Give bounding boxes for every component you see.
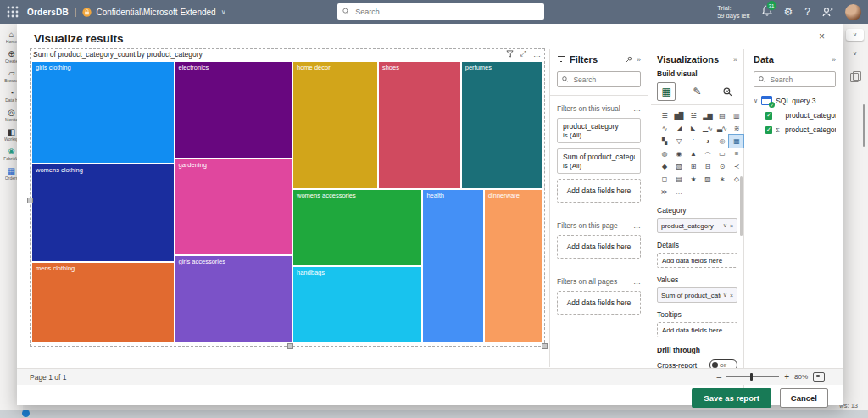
app-title[interactable]: OrdersDB [27,8,69,17]
chevron-down-icon[interactable]: ∨ [723,292,727,298]
area-chart[interactable]: ◢ [671,122,686,135]
chevron-down-icon[interactable]: ∨ [754,98,758,104]
stacked-bar-chart[interactable]: ☰ [657,109,671,122]
key-influencers[interactable]: ⊙ [715,160,729,173]
focus-mode-icon[interactable]: ⤢ [520,49,526,59]
smart-narrative[interactable]: ▤ [671,173,686,186]
qa-visual[interactable]: ◻ [657,173,671,186]
donut-chart[interactable]: ◎ [715,135,729,148]
treemap-tile[interactable]: electronics [175,61,293,159]
save-as-report-button[interactable]: Save as report [692,388,771,408]
pin-icon[interactable] [625,56,632,64]
more-options-icon[interactable]: … [533,50,541,59]
filter-icon[interactable] [506,50,514,58]
table-node[interactable]: ∨ SQL query 3 [754,96,836,105]
scrollbar[interactable] [863,104,865,147]
treemap-tile[interactable]: girls accessories [175,255,293,343]
data-search[interactable] [754,71,836,87]
power-automate[interactable]: ≫ [657,186,671,198]
settings-gear-icon[interactable]: ⚙ [784,6,793,18]
treemap-tile[interactable]: handbags [292,266,422,343]
checkbox-checked-icon[interactable]: ✓ [765,126,772,134]
map[interactable]: ◍ [657,148,671,160]
kpi[interactable]: ◆ [657,160,671,173]
scatter-chart[interactable]: ∴ [686,135,700,148]
line-chart[interactable]: ∿ [657,122,671,135]
paginated-report[interactable]: ▨ [700,173,715,186]
add-filter-field-page[interactable]: Add data fields here [557,235,641,259]
collapse-pane-icon[interactable]: » [637,55,641,64]
values-field-pill[interactable]: Sum of product_categ... ∨ × [657,287,737,303]
treemap-tile[interactable]: home décor [292,61,378,189]
decomposition-tree[interactable]: ≺ [729,160,743,173]
table[interactable]: ⊞ [686,160,700,173]
treemap-tile[interactable]: health [422,189,483,343]
treemap-tile[interactable]: perfumes [461,61,543,189]
chevron-down-icon[interactable]: ∨ [723,222,727,229]
treemap-tile[interactable]: mens clothing [31,262,175,343]
details-add-field[interactable]: Add data fields here [657,253,737,268]
line-clustered-column-chart[interactable]: ▃∿ [715,122,729,135]
clustered-bar-chart[interactable]: ☱ [686,109,700,122]
matrix[interactable]: ⊟ [700,160,715,173]
sensitivity-label[interactable]: Confidential\Microsoft Extended [96,8,215,17]
feedback-person-icon[interactable] [822,7,833,17]
collapse-pane-icon[interactable]: » [832,55,836,64]
stacked-area-chart[interactable]: ◣ [686,122,700,135]
resize-handle[interactable] [542,343,548,349]
global-search-input[interactable] [353,7,539,17]
analytics-tab[interactable] [719,82,737,101]
line-stacked-column-chart[interactable]: ▁∿ [700,122,715,135]
zoom-slider[interactable] [726,376,779,377]
funnel-chart[interactable]: ▽ [671,135,686,148]
add-filter-field-visual[interactable]: Add data fields here [557,179,641,203]
rail-collapse-button[interactable]: ∨ [846,29,864,41]
filter-card[interactable]: product_category is (All) [557,118,641,143]
account-avatar[interactable] [845,4,861,20]
treemap-tile[interactable]: womens accessories [292,189,422,266]
checkbox-checked-icon[interactable]: ✓ [765,112,772,120]
gauge[interactable]: ◠ [700,148,715,160]
build-visual-tab[interactable]: ▦ [657,82,676,101]
rail-chevron-button[interactable]: ∨ [846,47,864,59]
add-filter-field-all-pages[interactable]: Add data fields here [557,291,641,315]
clustered-column-chart[interactable]: ▂▆ [700,109,715,122]
collapse-pane-icon[interactable]: » [733,55,737,64]
close-icon[interactable]: × [819,31,825,42]
chevron-down-icon[interactable]: ∨ [221,8,226,16]
remove-field-icon[interactable]: × [730,223,733,229]
more-visuals[interactable]: … [671,186,686,198]
global-search[interactable] [337,3,544,20]
treemap-tile[interactable]: gardening [175,159,293,256]
copy-icon[interactable] [850,73,859,82]
treemap-tile[interactable]: womens clothing [31,164,175,263]
format-visual-tab[interactable]: ✎ [687,82,706,101]
multi-row-card[interactable]: ≡ [729,148,743,160]
azure-map[interactable]: ▲ [686,148,700,160]
remove-field-icon[interactable]: × [730,293,733,298]
zoom-slider-thumb[interactable] [750,373,753,381]
treemap[interactable]: ▦ [729,135,743,148]
data-search-input[interactable] [768,75,831,85]
arcgis-map[interactable]: ∗ [715,173,729,186]
stacked-column-chart[interactable]: ▆█ [671,109,686,122]
tooltips-add-field[interactable]: Add data fields here [657,322,737,337]
zoom-out-icon[interactable]: – [717,372,722,382]
resize-handle[interactable] [27,198,33,203]
category-field-pill[interactable]: product_category ∨ × [657,218,737,233]
taskbar-app-icon[interactable] [22,410,30,417]
card[interactable]: ▭ [715,148,729,160]
cancel-button[interactable]: Cancel [780,388,828,408]
filled-map[interactable]: ◉ [671,148,686,160]
more-options-icon[interactable]: … [633,221,641,230]
filters-search-input[interactable] [571,75,636,85]
pie-chart[interactable]: ◕ [700,135,715,148]
treemap-tile[interactable]: dinnerware [484,189,543,343]
goals[interactable]: ★ [686,173,700,186]
more-options-icon[interactable]: … [633,104,641,113]
fit-to-page-icon[interactable] [813,372,825,382]
notifications-button[interactable]: 31 [762,4,772,20]
field-row[interactable]: ✓ product_category [765,111,836,120]
waterfall-chart[interactable]: ▚ [657,135,671,148]
zoom-in-icon[interactable]: + [784,372,789,382]
